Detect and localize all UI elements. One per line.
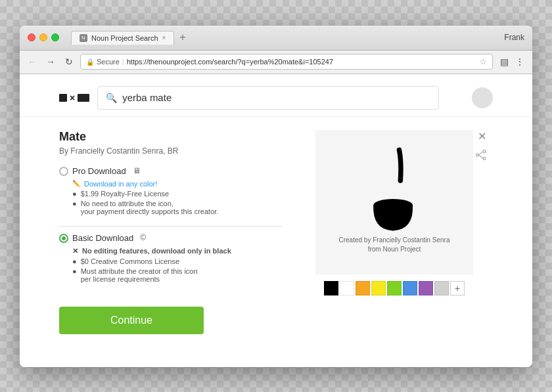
swatch-black[interactable]	[324, 281, 338, 295]
pencil-icon: ✏️	[72, 180, 80, 187]
pro-download-price: ● $1.99 Royalty-Free License	[72, 190, 283, 198]
more-button[interactable]: ⋮	[513, 54, 527, 69]
content-area: × 🔍 yerba mate Mate By Francielly Costan…	[20, 74, 532, 367]
bookmark-icon[interactable]: ☆	[480, 57, 487, 66]
color-swatches: +	[324, 281, 465, 295]
yerba-mate-icon-svg	[355, 144, 434, 236]
main-content: Mate By Francielly Costantin Senra, BR P…	[20, 117, 532, 367]
swatch-white[interactable]	[340, 281, 354, 295]
tab-favicon: N	[80, 34, 87, 42]
basic-license: $0 Creative Commons License	[81, 257, 179, 265]
search-icon: 🔍	[106, 93, 117, 103]
section-divider	[59, 226, 283, 227]
search-bar-area: × 🔍 yerba mate	[20, 74, 532, 117]
swatch-orange[interactable]	[356, 281, 370, 295]
basic-restriction: ✕ No editing features, download only in …	[72, 247, 283, 255]
svg-point-0	[483, 150, 486, 152]
restriction-x: ✕	[72, 247, 78, 255]
bullet1: ●	[72, 190, 77, 198]
continue-button[interactable]: Continue	[59, 307, 204, 334]
share-button[interactable]	[476, 150, 486, 162]
pro-download-no-attr: No need to attribute the icon, your paym…	[81, 200, 219, 215]
download-any-color-link[interactable]: Download in any color!	[84, 180, 157, 188]
svg-line-4	[478, 155, 483, 158]
pro-download-details: ✏️ Download in any color! ● $1.99 Royalt…	[72, 180, 283, 215]
bullet2: ●	[72, 200, 77, 207]
close-button[interactable]: ✕	[478, 130, 486, 142]
logo-dot	[59, 94, 67, 102]
icon-preview: Created by Francielly Costantin Senra fr…	[315, 130, 473, 274]
logo-rect	[78, 94, 89, 102]
basic-download-option: Basic Download ©	[59, 233, 283, 243]
tab-title: Noun Project Search	[91, 34, 158, 42]
pro-download-license: $1.99 Royalty-Free License	[81, 190, 170, 198]
basic-download-details: ✕ No editing features, download only in …	[72, 247, 283, 283]
swatch-yellow[interactable]	[371, 281, 386, 295]
logo: ×	[59, 93, 89, 103]
swatch-purple[interactable]	[419, 281, 433, 295]
basic-download-section: Basic Download © ✕ No editing features, …	[59, 233, 283, 283]
pro-download-label: Pro Download	[72, 166, 126, 176]
basic-download-label: Basic Download	[72, 233, 133, 243]
secure-label: Secure	[97, 58, 120, 66]
tab-area: N Noun Project Search × +	[71, 31, 189, 45]
pro-download-option: Pro Download 🖥	[59, 166, 283, 176]
traffic-lights	[28, 33, 59, 41]
close-traffic-light[interactable]	[28, 33, 35, 41]
bullet3: ●	[72, 257, 77, 265]
basic-price: ● $0 Creative Commons License	[72, 257, 283, 265]
icon-credit: Created by Francielly Costantin Senra fr…	[339, 236, 450, 254]
svg-point-2	[476, 154, 478, 156]
swatch-teal[interactable]	[403, 281, 417, 295]
pro-download-color-link: ✏️ Download in any color!	[72, 180, 283, 188]
pro-download-radio[interactable]	[59, 167, 68, 176]
icon-title: Mate	[59, 130, 283, 144]
tab-close-button[interactable]: ×	[162, 34, 166, 41]
user-name: Frank	[504, 33, 524, 42]
browser-tab[interactable]: N Noun Project Search ×	[71, 31, 174, 45]
avatar[interactable]	[472, 87, 493, 108]
svg-point-6	[373, 199, 413, 211]
basic-download-radio[interactable]	[59, 234, 68, 243]
address-bar[interactable]: 🔒 Secure | https://thenounproject.com/se…	[80, 54, 493, 70]
basic-attr-text: Must attribute the creator of this icon …	[81, 267, 198, 283]
cc-icon: ©	[140, 233, 146, 242]
secure-icon: 🔒	[86, 58, 94, 66]
pro-download-section: Pro Download 🖥 ✏️ Download in any color!…	[59, 166, 283, 215]
bullet4: ●	[72, 267, 77, 275]
basic-restriction-text: No editing features, download only in bl…	[82, 247, 231, 255]
refresh-button[interactable]: ↻	[62, 54, 76, 69]
svg-point-1	[483, 157, 486, 160]
logo-x: ×	[70, 93, 75, 103]
browser-window: N Noun Project Search × + Frank ← → ↻ 🔒 …	[20, 26, 532, 367]
search-input-value[interactable]: yerba mate	[122, 92, 172, 103]
nav-bar: ← → ↻ 🔒 Secure | https://thenounproject.…	[20, 51, 532, 74]
swatch-green[interactable]	[387, 281, 402, 295]
search-box[interactable]: 🔍 yerba mate	[97, 86, 439, 110]
forward-button[interactable]: →	[43, 54, 58, 69]
basic-attribution: ● Must attribute the creator of this ico…	[72, 267, 283, 283]
pro-download-attribution: ● No need to attribute the icon, your pa…	[72, 200, 283, 215]
extensions-button[interactable]: ▤	[497, 54, 511, 69]
nav-actions: ▤ ⋮	[497, 54, 527, 69]
url-display: https://thenounproject.com/search/?q=yer…	[127, 58, 333, 66]
left-panel: Mate By Francielly Costantin Senra, BR P…	[59, 130, 283, 354]
fullscreen-traffic-light[interactable]	[51, 33, 59, 41]
minimize-traffic-light[interactable]	[39, 33, 47, 41]
swatch-add-button[interactable]: +	[450, 281, 465, 295]
back-button[interactable]: ←	[25, 54, 39, 69]
title-bar: N Noun Project Search × + Frank	[20, 26, 532, 51]
swatch-gray[interactable]	[434, 281, 449, 295]
right-panel: ✕	[302, 130, 486, 354]
svg-line-3	[478, 152, 483, 155]
icon-author: By Francielly Costantin Senra, BR	[59, 146, 283, 156]
pro-download-icon: 🖥	[133, 166, 141, 175]
new-tab-button[interactable]: +	[177, 32, 188, 43]
